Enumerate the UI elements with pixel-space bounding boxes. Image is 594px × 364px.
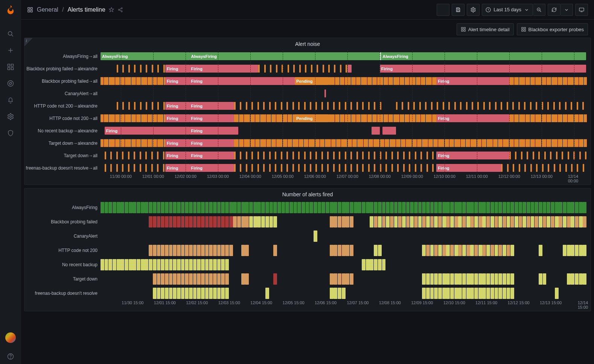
x-tick: 12/04 00:00 <box>239 174 261 179</box>
svg-rect-13 <box>28 8 30 9</box>
star-icon[interactable] <box>108 7 114 13</box>
dashboard-settings-button[interactable] <box>467 4 480 16</box>
add-panel-button[interactable] <box>437 4 449 16</box>
grid-icon <box>27 7 33 13</box>
heatmap-row <box>101 200 586 215</box>
x-tick: 12/06 15:00 <box>315 300 337 305</box>
svg-point-10 <box>10 116 12 118</box>
x-tick: 12/10 00:00 <box>434 174 455 179</box>
timeline-row: FiringFiringFiring <box>101 162 586 174</box>
row-label: Target down→all <box>29 149 101 162</box>
x-tick: 12/13 15:00 <box>540 300 562 305</box>
heatmap-row <box>101 229 586 243</box>
x-tick: 12/14 00:00 <box>568 174 580 183</box>
link-alert-timeline-detail[interactable]: Alert timeline detail <box>457 23 514 35</box>
heatmap-row <box>101 243 586 258</box>
explore-icon[interactable] <box>3 76 18 91</box>
row-label: Blackbox probing failed→alexandre <box>29 62 101 75</box>
x-tick: 12/01 15:00 <box>154 300 176 305</box>
svg-rect-34 <box>461 30 463 31</box>
breadcrumb: General / Alerts timeline <box>27 6 105 13</box>
link-blackbox-probes[interactable]: Blackbox exporter probes <box>517 23 588 35</box>
topbar: General / Alerts timeline Last 15 days <box>21 0 594 20</box>
svg-rect-24 <box>457 10 459 11</box>
panel-alert-noise[interactable]: Alert noise AlwaysFiring→allBlackbox pro… <box>24 38 591 185</box>
x-tick: 12/04 15:00 <box>250 300 272 305</box>
x-tick: 12/01 00:00 <box>142 174 164 179</box>
svg-line-1 <box>12 35 13 36</box>
timeline-row: FiringFiringPendingFiring <box>101 75 586 87</box>
search-icon[interactable] <box>3 26 18 41</box>
x-tick: 12/07 15:00 <box>347 300 369 305</box>
row-label: HTTP code not 200→all <box>29 112 101 124</box>
x-tick: 12/03 15:00 <box>218 300 240 305</box>
row-label: freenas-backup doesn't resolve→all <box>29 162 101 174</box>
x-tick: 12/05 00:00 <box>272 174 294 179</box>
row-label: Target down <box>29 272 101 286</box>
timeline-row: FiringFiringFiring <box>101 149 586 162</box>
svg-rect-38 <box>521 30 523 31</box>
row-label: AlwaysFiring <box>29 200 101 215</box>
svg-rect-16 <box>30 10 32 12</box>
row-label: No recent backup→alexandre <box>29 124 101 137</box>
x-tick: 12/11 15:00 <box>475 300 497 305</box>
help-icon[interactable] <box>3 349 18 364</box>
tv-mode-button[interactable] <box>575 4 588 16</box>
svg-rect-39 <box>524 30 525 31</box>
svg-rect-32 <box>461 27 463 29</box>
user-avatar[interactable] <box>5 332 16 343</box>
breadcrumb-folder[interactable]: General <box>37 6 58 13</box>
plus-icon[interactable] <box>3 43 18 58</box>
share-icon[interactable] <box>117 7 123 13</box>
svg-rect-7 <box>11 68 14 70</box>
row-label: No recent backup <box>29 258 101 272</box>
svg-rect-36 <box>521 27 523 29</box>
timeline-row: FiringFiringPendingFiring <box>101 112 586 124</box>
page-title[interactable]: Alerts timeline <box>67 6 105 13</box>
x-tick: 12/07 00:00 <box>337 174 358 179</box>
link-label: Alert timeline detail <box>468 27 510 32</box>
x-tick: 12/09 15:00 <box>411 300 433 305</box>
clock-icon <box>485 7 491 13</box>
panel-info-corner[interactable] <box>24 38 33 46</box>
x-tick: 12/09 00:00 <box>401 174 423 179</box>
panel-alert-count[interactable]: Number of alerts fired AlwaysFiringBlack… <box>24 188 591 311</box>
grafana-logo-icon[interactable] <box>5 4 17 16</box>
x-tick: 12/02 00:00 <box>175 174 196 179</box>
x-tick: 12/08 00:00 <box>369 174 391 179</box>
svg-point-0 <box>8 32 12 35</box>
dashboard-links: Alert timeline detail Blackbox exporter … <box>21 20 594 38</box>
heatmap-row <box>101 272 586 286</box>
save-dashboard-button[interactable] <box>452 4 465 16</box>
zoom-out-button[interactable] <box>533 4 545 16</box>
svg-line-28 <box>540 11 541 12</box>
timeline-row: FiringFiringFiring <box>101 62 586 75</box>
svg-rect-37 <box>524 27 525 29</box>
row-label: HTTP code not 200→alexandre <box>29 100 101 112</box>
time-range-button[interactable]: Last 15 days <box>482 4 533 16</box>
link-label: Blackbox exporter probes <box>529 27 584 32</box>
x-tick: 11/30 00:00 <box>110 174 132 179</box>
dashboards-icon[interactable] <box>3 59 18 74</box>
heatmap-row <box>101 215 586 229</box>
refresh-button[interactable] <box>548 4 560 16</box>
row-label: CanaryAlert→all <box>29 87 101 100</box>
x-tick: 12/14 15:00 <box>578 300 588 309</box>
svg-rect-5 <box>11 64 14 67</box>
x-tick: 12/11 00:00 <box>466 174 488 179</box>
alerting-icon[interactable] <box>3 93 18 108</box>
row-label: HTTP code not 200 <box>29 243 101 258</box>
x-tick: 12/08 15:00 <box>379 300 401 305</box>
svg-rect-33 <box>464 27 465 29</box>
x-tick: 12/05 15:00 <box>283 300 305 305</box>
sidebar <box>0 0 21 364</box>
svg-line-21 <box>119 8 121 9</box>
svg-rect-23 <box>457 8 459 9</box>
x-tick: 12/12 15:00 <box>508 300 530 305</box>
panel-title: Number of alerts fired <box>24 188 591 199</box>
refresh-interval-button[interactable] <box>560 4 573 16</box>
gear-icon[interactable] <box>3 109 18 124</box>
svg-rect-4 <box>8 64 10 67</box>
shield-icon[interactable] <box>3 126 18 141</box>
svg-line-22 <box>119 10 121 11</box>
